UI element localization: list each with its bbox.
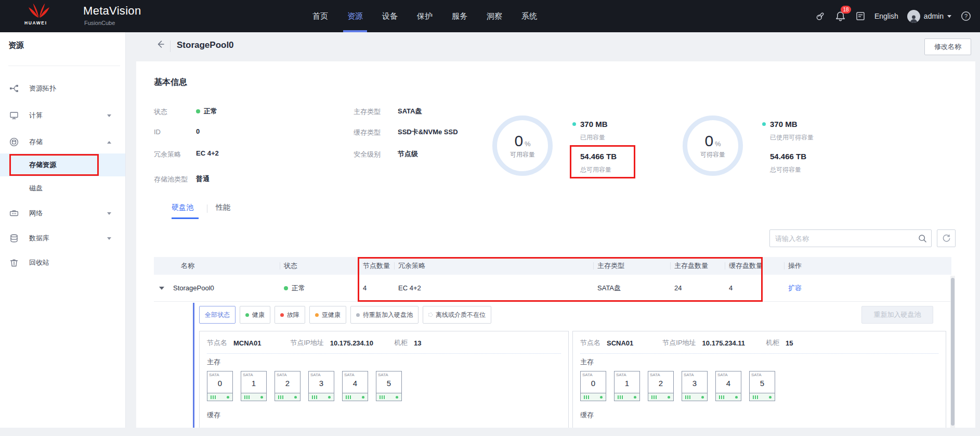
expanded-row-accent (193, 303, 194, 428)
search-icon[interactable] (918, 234, 927, 245)
sidebar-item-topology[interactable]: 资源拓扑 (0, 78, 125, 99)
search-input[interactable] (770, 230, 931, 247)
main-nav: 首页 资源 设备 保护 服务 洞察 系统 (312, 0, 537, 32)
filter-to-rejoin[interactable]: 待重新加入硬盘池 (350, 306, 419, 324)
disk-slot-number: 2 (275, 379, 300, 388)
node-name: SCNA01 (607, 339, 633, 347)
disk-card[interactable]: SATA 3 (308, 371, 334, 401)
tab-performance[interactable]: 性能 (216, 203, 230, 212)
pool-main-type: SATA盘 (593, 275, 670, 301)
disk-card[interactable]: SATA 1 (614, 371, 640, 401)
gesture-icon[interactable] (814, 10, 826, 22)
tab-disk-pool[interactable]: 硬盘池 (172, 203, 193, 212)
column-operations: 操作 (784, 257, 951, 275)
disk-card[interactable]: SATA 5 (376, 371, 402, 401)
notification-badge: 18 (841, 6, 851, 14)
disk-slot-number: 2 (648, 379, 673, 388)
field-label-security-level: 安全级别 (354, 150, 381, 159)
sidebar-item-disks[interactable]: 磁盘 (0, 178, 125, 199)
field-value-pool-type: 普通 (196, 174, 210, 184)
node-ip-label: 节点IP地址 (290, 338, 323, 348)
sidebar-item-storage-resources[interactable]: 存储资源 (0, 153, 125, 176)
pool-name[interactable]: StoragePool0 (173, 284, 214, 292)
nav-services[interactable]: 服务 (452, 0, 467, 32)
sidebar-item-compute[interactable]: 计算 (0, 105, 125, 126)
disk-card[interactable]: SATA 3 (682, 371, 708, 401)
sidebar-item-network[interactable]: 网络 (0, 203, 125, 224)
disk-health-dot (396, 396, 398, 399)
obtainable-capacity-donut: 0% 可得容量 (683, 116, 743, 176)
field-label-main-type: 主存类型 (354, 107, 381, 117)
nav-system[interactable]: 系统 (521, 0, 537, 32)
disk-card[interactable]: SATA 4 (715, 371, 741, 401)
disk-slot-number: 3 (682, 379, 707, 388)
to-rejoin-dot (356, 313, 360, 317)
disk-health-dot (260, 396, 263, 399)
modify-name-button[interactable]: 修改名称 (924, 39, 971, 55)
disk-card[interactable]: SATA 0 (580, 371, 606, 401)
chevron-down-icon (107, 212, 111, 215)
nav-devices[interactable]: 设备 (382, 0, 398, 32)
user-menu[interactable]: admin (907, 10, 951, 23)
pool-status: 正常 (280, 275, 359, 301)
search-box (769, 229, 932, 247)
title-divider (170, 41, 171, 52)
disk-card[interactable]: SATA 2 (275, 371, 300, 401)
back-icon[interactable] (155, 39, 167, 51)
sidebar-item-recycle-bin[interactable]: 回收站 (0, 252, 125, 273)
network-icon (9, 209, 19, 218)
disk-type-label: SATA (344, 373, 355, 377)
disk-card[interactable]: SATA 0 (207, 371, 233, 401)
nav-resources[interactable]: 资源 (347, 0, 363, 32)
header-actions: 18 English admin ? (814, 0, 972, 32)
node-name-label: 节点名 (207, 338, 227, 348)
notifications-bell-icon[interactable]: 18 (834, 10, 846, 22)
filter-all-status[interactable]: 全部状态 (199, 306, 236, 324)
status-dot (196, 109, 200, 113)
disk-card[interactable]: SATA 1 (241, 371, 267, 401)
node-name: MCNA01 (233, 339, 261, 347)
sidebar-item-database[interactable]: 数据库 (0, 228, 125, 249)
nav-home[interactable]: 首页 (312, 0, 328, 32)
disk-type-label: SATA (378, 373, 388, 377)
product-name: MetaVision (83, 4, 141, 18)
field-label-pool-type: 存储池类型 (154, 175, 188, 184)
tab-divider (207, 204, 207, 213)
disk-health-dot (769, 396, 772, 399)
refresh-button[interactable] (937, 229, 956, 247)
subhealthy-dot (315, 313, 319, 317)
filter-subhealthy[interactable]: 亚健康 (309, 306, 346, 324)
refresh-icon (942, 234, 951, 243)
filter-healthy[interactable]: 健康 (240, 306, 270, 324)
filter-offline[interactable]: 离线或介质不在位 (423, 306, 491, 324)
app: HUAWEI MetaVision FusionCube 首页 资源 设备 保护… (0, 0, 980, 436)
rejoin-pool-button[interactable]: 重新加入硬盘池 (861, 306, 933, 324)
pool-table-row: StoragePool0 正常 4 EC 4+2 SATA盘 24 4 扩容 (154, 275, 951, 302)
disk-status-strip (241, 393, 266, 401)
help-icon[interactable]: ? (960, 10, 972, 22)
node-name-label: 节点名 (580, 338, 600, 348)
total-obtainable-label: 总可得容量 (770, 165, 801, 174)
chevron-down-icon (107, 237, 111, 240)
sidebar-item-storage[interactable]: 存储 (0, 132, 125, 152)
nav-protection[interactable]: 保护 (417, 0, 433, 32)
sidebar-divider (8, 66, 120, 66)
scrollbar-thumb[interactable] (951, 278, 955, 426)
column-redundancy: 冗余策略 (394, 257, 593, 275)
message-board-icon[interactable] (855, 11, 866, 21)
column-cache-disk-count: 缓存盘数量 (725, 257, 784, 275)
main-disk-list: SATA 0 SATA 1 SATA 2 (207, 371, 402, 401)
disk-card[interactable]: SATA 4 (342, 371, 368, 401)
disk-card[interactable]: SATA 2 (648, 371, 674, 401)
filter-faulty[interactable]: 故障 (275, 306, 305, 324)
nav-insight[interactable]: 洞察 (487, 0, 502, 32)
expand-capacity-link[interactable]: 扩容 (788, 284, 802, 293)
row-collapse-icon[interactable] (159, 287, 164, 290)
huawei-wordmark: HUAWEI (24, 20, 47, 25)
disk-slot-number: 1 (241, 379, 266, 388)
language-switch[interactable]: English (874, 12, 898, 20)
column-status: 状态 (280, 257, 359, 275)
disk-card[interactable]: SATA 5 (749, 371, 775, 401)
disk-type-label: SATA (582, 373, 593, 377)
disk-health-dot (701, 396, 704, 399)
